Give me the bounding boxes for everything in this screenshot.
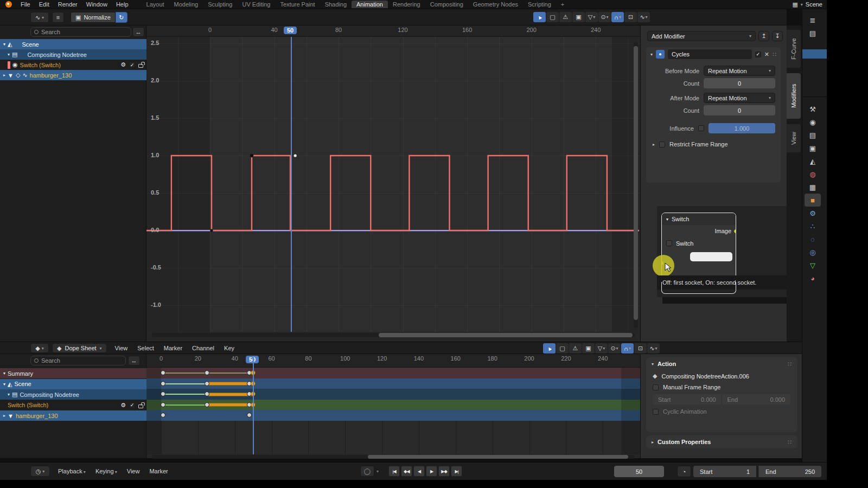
proportional-edit[interactable]: ⊙▾ <box>598 12 611 22</box>
restrict-frame-range-checkbox[interactable] <box>659 142 665 147</box>
menu-edit[interactable]: Edit <box>35 1 54 8</box>
graph-channel-scene[interactable]: ▾ ◭ Scene <box>0 39 146 49</box>
image-output-socket[interactable] <box>733 229 736 234</box>
chevron-down-icon[interactable]: ▾ <box>650 52 653 57</box>
menu-file[interactable]: File <box>16 1 35 8</box>
properties-tab-output[interactable]: ▤ <box>805 129 821 142</box>
graph-hscrollbar-thumb[interactable] <box>379 333 633 337</box>
properties-tab-world[interactable]: ◍ <box>805 168 821 181</box>
workspace-tab-texture-paint[interactable]: Texture Paint <box>275 1 320 8</box>
frame-channel-toggle[interactable]: ▣ <box>572 12 585 22</box>
filter-dropdown[interactable]: ▽▾ <box>595 343 608 354</box>
dope-hscrollbar-thumb[interactable] <box>368 455 628 459</box>
only-errors-toggle[interactable]: ⚠ <box>559 12 572 22</box>
dope-menu-view[interactable]: View <box>110 344 133 352</box>
properties-tab-collection[interactable]: ▦ <box>805 181 821 194</box>
workspace-tab-uv-editing[interactable]: UV Editing <box>237 1 275 8</box>
workspace-tab-geometry-nodes[interactable]: Geometry Nodes <box>468 1 523 8</box>
sidebar-tab-f-curve[interactable]: F-Curve <box>787 30 801 68</box>
add-modifier-dropdown[interactable]: Add Modifier ▾ <box>647 31 756 41</box>
switch-checkbox[interactable] <box>666 240 672 246</box>
workspace-tab-animation[interactable]: Animation <box>352 1 388 8</box>
after-count-field[interactable]: 0 <box>704 105 775 115</box>
influence-checkbox[interactable] <box>698 125 704 131</box>
dope-menu-marker[interactable]: Marker <box>159 344 187 352</box>
paste-modifiers-button[interactable]: ↧ <box>772 31 783 41</box>
sidebar-tab-modifiers[interactable]: Modifiers <box>787 73 801 119</box>
blender-logo-icon[interactable] <box>5 1 12 8</box>
wrench-icon[interactable]: ⚙ <box>120 61 126 68</box>
keyframe-dot[interactable] <box>205 381 209 386</box>
dope-menu-channel[interactable]: Channel <box>187 344 219 352</box>
timeline-menu-view[interactable]: View <box>122 467 145 476</box>
frame-start-field[interactable]: Start 1 <box>693 466 756 477</box>
dope-timeline-ruler[interactable]: 020406080100120140160180200220240 <box>146 354 640 368</box>
pivot-point[interactable]: ⊡ <box>624 12 637 22</box>
chevron-down-icon[interactable]: ▾ <box>3 371 5 376</box>
keyframe-dot[interactable] <box>161 402 165 407</box>
channel-enable-checkbox[interactable]: ✓ <box>129 402 135 408</box>
keyframe-dot-selected[interactable] <box>294 154 297 157</box>
eye-icon[interactable]: ◉ <box>12 61 18 68</box>
jump-to-next-keyframe-button[interactable]: ▶◆ <box>438 466 450 477</box>
timeline-menu-keying[interactable]: Keying ▾ <box>91 467 122 476</box>
influence-slider[interactable]: 1.000 <box>709 123 775 133</box>
chevron-down-icon[interactable]: ▾ <box>3 42 5 47</box>
play-reverse-button[interactable]: ◀ <box>413 466 425 477</box>
graph-search-expand-button[interactable]: ↔ <box>132 27 144 37</box>
pivot-point[interactable]: ⊡ <box>634 343 647 354</box>
unlock-icon[interactable] <box>138 404 143 408</box>
workspace-tab-shading[interactable]: Shading <box>320 1 352 8</box>
graph-playhead-line[interactable] <box>291 37 292 332</box>
keyframe-dot[interactable] <box>250 154 253 157</box>
timeline-menu-playback[interactable]: Playback ▾ <box>53 467 91 476</box>
chevron-down-icon[interactable]: ▾ <box>8 52 10 57</box>
wrench-icon[interactable]: ⚙ <box>120 402 126 409</box>
properties-tab-render[interactable]: ◉ <box>805 115 821 129</box>
properties-tab-data[interactable]: ▽ <box>805 259 821 272</box>
sidebar-tab-view[interactable]: View <box>787 124 801 152</box>
manual-frame-range-checkbox[interactable] <box>653 384 659 390</box>
action-name[interactable]: Compositing NodetreeAction.006 <box>661 373 749 380</box>
chevron-right-icon[interactable]: ▸ <box>653 142 655 147</box>
frame-channel-toggle[interactable]: ▣ <box>582 343 595 354</box>
node-button[interactable] <box>690 252 732 261</box>
ghost-curves[interactable]: ∿▾ <box>637 12 650 22</box>
workspace-tab-sculpting[interactable]: Sculpting <box>203 1 237 8</box>
dope-menu-select[interactable]: Select <box>132 344 159 352</box>
copy-modifiers-button[interactable]: ↥ <box>758 31 769 41</box>
modifier-name-field[interactable]: Cycles <box>668 49 752 59</box>
graph-channel-hamburger-130[interactable]: ▸ ▼ ◇ ∿ hamburger_130 <box>0 70 146 80</box>
proportional-edit[interactable]: ⊙▾ <box>608 343 621 354</box>
play-button[interactable]: ▶ <box>426 466 437 477</box>
properties-tab-view-layer[interactable]: ▣ <box>805 142 821 155</box>
box-select-tool[interactable]: ▢ <box>556 343 569 354</box>
chevron-right-icon[interactable]: ▸ <box>3 413 5 418</box>
graph-current-frame-badge[interactable]: 50 <box>284 27 297 34</box>
dope-channel-switch[interactable]: Switch (Switch) ⚙ ✓ <box>0 400 146 410</box>
keyframe-dot[interactable] <box>210 229 213 232</box>
properties-tab-scene[interactable]: ◭ <box>805 155 821 168</box>
before-count-field[interactable]: 0 <box>704 78 775 88</box>
grip-icon[interactable]: ∷ <box>788 361 792 368</box>
dope-channel-hamburger-130[interactable]: ▸ ▼ hamburger_130 <box>0 410 146 421</box>
dope-menu-key[interactable]: Key <box>219 344 239 352</box>
only-errors-toggle[interactable]: ⚠ <box>569 343 582 354</box>
current-frame-field[interactable]: 50 <box>614 466 664 477</box>
frame-end-field[interactable]: End 250 <box>758 466 821 477</box>
outliner-filter-icon[interactable]: ▤ <box>805 27 821 40</box>
box-select-tool[interactable]: ▢ <box>546 12 559 22</box>
outliner-display-mode-icon[interactable]: ≣ <box>805 14 821 27</box>
auto-normalize-refresh-button[interactable]: ↻ <box>116 12 127 23</box>
snap-toggle[interactable]: ∩▾ <box>611 12 624 22</box>
workspace-tab-scripting[interactable]: Scripting <box>523 1 556 8</box>
workspace-tab-compositing[interactable]: Compositing <box>425 1 468 8</box>
tweak-tool[interactable]: ▲ <box>543 343 556 354</box>
after-mode-dropdown[interactable]: Repeat Motion ▾ <box>704 93 775 103</box>
properties-tab-physics[interactable]: ◌ <box>805 233 821 246</box>
dope-channel-compositing-nodetree[interactable]: ▾ ▤ Compositing Nodetree <box>0 389 146 400</box>
dope-search-expand-button[interactable]: ↔ <box>128 356 140 365</box>
custom-properties-panel[interactable]: ▸ Custom Properties ∷ <box>646 435 797 448</box>
graph-channel-compositing-nodetree[interactable]: ▾ ▤ Compositing Nodetree <box>0 49 146 60</box>
outliner-selected-row[interactable] <box>802 49 827 59</box>
